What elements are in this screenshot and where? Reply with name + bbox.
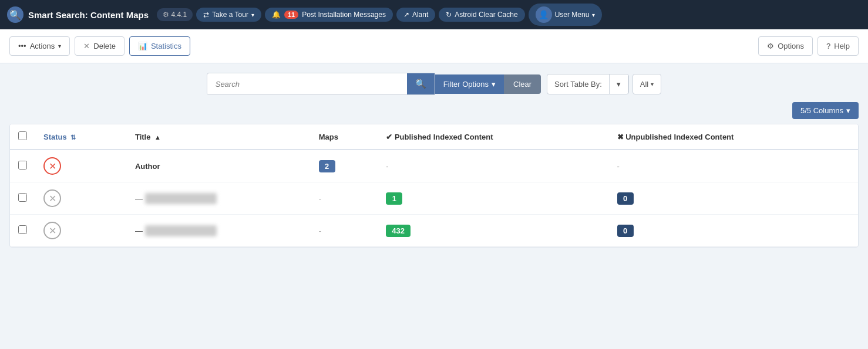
search-input[interactable] [207,74,407,94]
status-sort-icon: ⇅ [70,134,76,141]
row-title-blurred: ████████████ [145,193,217,204]
tour-dropdown-arrow: ▾ [251,12,254,18]
help-button[interactable]: ? Help [817,36,859,56]
data-table: Status ⇅ Title ▲ Maps ✔ Published Indexe… [9,124,859,248]
all-select[interactable]: All ▾ [633,74,661,94]
row-status-cell: ✕ [35,182,127,215]
search-button[interactable]: 🔍 [407,73,435,94]
all-select-arrow: ▾ [651,81,654,87]
external-link-icon: ↗ [403,11,409,19]
brand-icon: 🔍 [7,6,23,23]
unpublished-badge: 0 [617,192,634,205]
row-unpublished-cell: - [609,150,858,182]
status-icon-unpublished-gray[interactable]: ✕ [43,222,61,239]
unpublished-badge: 0 [617,225,634,237]
clear-button[interactable]: Clear [504,74,541,94]
notifications-button[interactable]: 🔔 11 Post Installation Messages [265,8,393,22]
columns-button[interactable]: 5/5 Columns ▾ [792,102,859,119]
row-maps-cell: - [311,182,378,215]
post-install-label: Post Installation Messages [302,11,386,19]
row-checkbox-cell [10,182,35,215]
tour-icon: ⇄ [203,11,209,19]
row-title-cell: Author [127,150,311,182]
select-all-checkbox-header[interactable] [10,124,35,150]
maps-badge: 2 [319,160,335,172]
gear-icon: ⚙ [767,42,774,50]
table-row: ✕ — ████████████ - 1 0 [10,182,858,215]
row-maps-cell: - [311,215,378,247]
filter-bar: 🔍 Filter Options ▾ Clear Sort Table By: … [9,73,859,95]
row-checkbox-cell [10,215,35,247]
column-header-published: ✔ Published Indexed Content [378,124,608,150]
help-icon: ? [826,42,830,50]
columns-arrow: ▾ [846,106,850,115]
sort-dropdown[interactable]: ▾ [610,74,628,94]
columns-bar: 5/5 Columns ▾ [9,102,859,119]
column-header-status[interactable]: Status ⇅ [35,124,127,150]
unpublished-value: - [617,162,620,171]
table-row: ✕ — ████████████ - 432 0 [10,215,858,247]
user-menu-button[interactable]: 👤 User Menu ▾ [529,4,603,26]
row-checkbox[interactable] [18,193,27,202]
sort-label: Sort Table By: [547,74,610,94]
notification-count: 11 [284,11,298,19]
alant-button[interactable]: ↗ Alant [396,8,435,22]
row-checkbox[interactable] [18,161,27,170]
options-button[interactable]: ⚙ Options [758,36,813,56]
column-header-title[interactable]: Title ▲ [127,124,311,150]
status-icon-unpublished-gray[interactable]: ✕ [43,189,61,207]
search-icon: 🔍 [415,79,426,89]
table-header-row: Status ⇅ Title ▲ Maps ✔ Published Indexe… [10,124,858,150]
row-title-cell: — ████████████ [127,215,311,247]
table-row: ✕ Author 2 - - [10,150,858,182]
ellipsis-icon: ••• [18,42,26,50]
title-sort-icon: ▲ [154,134,161,141]
select-all-checkbox[interactable] [18,131,27,140]
published-badge: 432 [386,225,411,237]
brand-title: Smart Search: Content Maps [28,10,149,20]
toolbar: ••• Actions ▾ ✕ Delete 📊 Statistics ⚙ Op… [0,29,868,63]
row-published-cell: 432 [378,215,608,247]
delete-icon: ✕ [83,42,90,50]
brand: 🔍 Smart Search: Content Maps [7,6,149,23]
delete-button[interactable]: ✕ Delete [75,36,125,56]
row-checkbox[interactable] [18,225,27,234]
filter-options-arrow: ▾ [492,80,496,89]
clear-cache-button[interactable]: ↻ Astroid Clear Cache [439,8,524,22]
row-published-cell: 1 [378,182,608,215]
column-header-unpublished: ✖ Unpublished Indexed Content [609,124,858,150]
maps-value: - [319,226,321,235]
content-area: 🔍 Filter Options ▾ Clear Sort Table By: … [0,63,868,257]
column-header-maps: Maps [311,124,378,150]
row-title-cell: — ████████████ [127,182,311,215]
bell-icon: 🔔 [272,11,281,19]
actions-arrow: ▾ [58,43,61,49]
version-badge[interactable]: ⚙ 4.4.1 [157,8,193,21]
refresh-icon: ↻ [446,11,452,19]
search-wrapper: 🔍 [207,73,435,95]
row-title: Author [135,162,160,171]
row-title-blurred: ████████████ [145,225,217,236]
row-checkbox-cell [10,150,35,182]
statistics-button[interactable]: 📊 Statistics [129,36,190,56]
published-badge: 1 [386,192,402,205]
top-navigation: 🔍 Smart Search: Content Maps ⚙ 4.4.1 ⇄ T… [0,0,868,29]
row-status-cell: ✕ [35,215,127,247]
take-tour-button[interactable]: ⇄ Take a Tour ▾ [196,8,261,22]
row-maps-cell: 2 [311,150,378,182]
actions-button[interactable]: ••• Actions ▾ [9,36,70,56]
user-menu-arrow: ▾ [592,12,595,18]
row-status-cell: ✕ [35,150,127,182]
maps-value: - [319,194,321,203]
published-value: - [386,162,388,171]
filter-options-button[interactable]: Filter Options ▾ [435,74,504,94]
row-unpublished-cell: 0 [609,215,858,247]
row-unpublished-cell: 0 [609,182,858,215]
status-icon-unpublished-red[interactable]: ✕ [43,157,61,175]
sort-group: Sort Table By: ▾ [547,74,629,94]
chart-icon: 📊 [138,42,147,50]
row-published-cell: - [378,150,608,182]
user-avatar: 👤 [536,6,552,23]
